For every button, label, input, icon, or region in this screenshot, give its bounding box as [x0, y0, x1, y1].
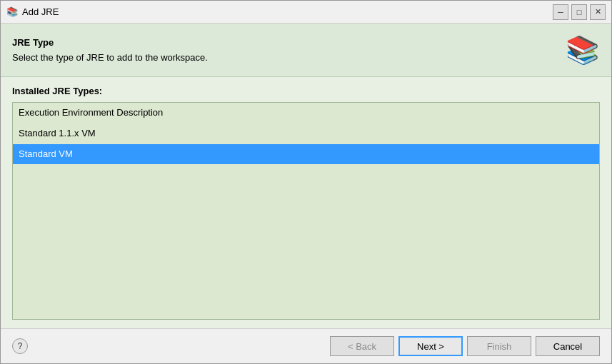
add-jre-window: 📚 Add JRE ─ □ ✕ JRE Type Select the type… [0, 0, 612, 364]
close-button[interactable]: ✕ [590, 4, 606, 20]
maximize-button[interactable]: □ [571, 4, 587, 20]
cancel-button[interactable]: Cancel [536, 336, 600, 356]
back-button[interactable]: < Back [330, 336, 394, 356]
jre-types-list[interactable]: Execution Environment Description Standa… [12, 102, 600, 320]
header-icon: 📚 [564, 32, 600, 68]
help-button[interactable]: ? [12, 338, 28, 354]
footer-buttons: < Back Next > Finish Cancel [330, 336, 600, 356]
finish-button[interactable]: Finish [467, 336, 531, 356]
header-title: JRE Type [12, 37, 208, 48]
books-icon: 📚 [566, 36, 599, 64]
header-text: JRE Type Select the type of JRE to add t… [12, 37, 208, 63]
list-item[interactable]: Standard 1.1.x VM [13, 123, 599, 144]
window-icon: 📚 [6, 6, 18, 18]
title-bar: 📚 Add JRE ─ □ ✕ [1, 1, 611, 24]
minimize-button[interactable]: ─ [553, 4, 568, 20]
section-label: Installed JRE Types: [12, 86, 600, 96]
list-item[interactable]: Execution Environment Description [13, 103, 599, 123]
header-description: Select the type of JRE to add to the wor… [12, 52, 208, 63]
list-item-selected[interactable]: Standard VM [13, 144, 599, 165]
title-bar-controls: ─ □ ✕ [553, 4, 606, 20]
footer-section: ? < Back Next > Finish Cancel [1, 328, 611, 363]
footer-left: ? [12, 338, 28, 354]
header-section: JRE Type Select the type of JRE to add t… [1, 24, 611, 77]
content-section: Installed JRE Types: Execution Environme… [1, 77, 611, 328]
window-title: Add JRE [22, 6, 553, 17]
next-button[interactable]: Next > [398, 336, 463, 356]
